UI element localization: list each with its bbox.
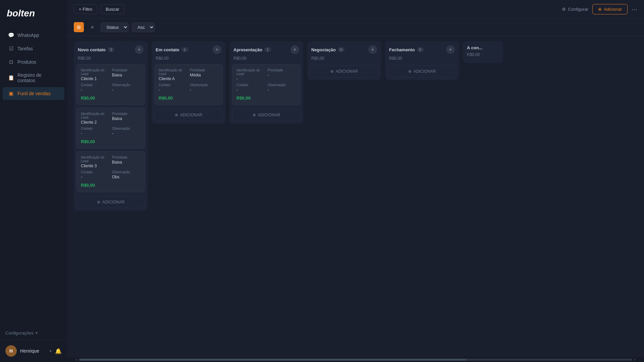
sidebar-item-whatsapp-label: WhatsApp <box>17 33 39 38</box>
tarefas-icon: ☑ <box>8 46 14 52</box>
card-clienteA-amount: R$0,00 <box>159 96 218 101</box>
card-cliente2-obs-value: - <box>112 131 141 136</box>
column-fechamento-add-button[interactable]: + <box>446 45 455 54</box>
card-ap1-id-label: Identificação do Lead <box>236 68 265 76</box>
add-card-label-2: ADICIONAR <box>180 113 203 117</box>
card-cliente1-amount: R$0,00 <box>81 96 141 101</box>
card-cliente3-id-value: Cliente 3 <box>81 164 109 168</box>
column-em-contato-add-card-button[interactable]: ⊕ ADICIONAR <box>154 109 223 121</box>
horizontal-scrollbar[interactable]: ‹ › <box>67 357 644 362</box>
configure-button[interactable]: ⚙ Configurar <box>562 7 588 12</box>
column-em-contato-add-button[interactable]: + <box>213 45 221 54</box>
column-fechamento-header: Fechamento 0 + <box>385 41 459 56</box>
card-cliente1[interactable]: Identificação do Lead Cliente 1 Priorida… <box>76 64 145 105</box>
card-cliente3[interactable]: Identificação do Lead Cliente 3 Priorida… <box>76 151 145 192</box>
sidebar-item-tarefas[interactable]: ☑ Tarefas <box>3 42 64 55</box>
column-em-contato-amount: R$0,00 <box>152 56 225 64</box>
card-apresentacao-1[interactable]: Identificação do Lead - Prioridade - Con… <box>232 64 301 105</box>
search-button[interactable]: Buscar <box>101 4 124 14</box>
status-select[interactable]: Status <box>101 22 128 32</box>
list-view-button[interactable]: ≡ <box>87 22 97 32</box>
add-card-label-5: ADICIONAR <box>414 69 436 74</box>
sidebar-item-registro-label: Registro de contatos <box>17 72 59 83</box>
topbar: + Filtro Buscar ⚙ Configurar ⊕ Adicionar… <box>67 0 644 19</box>
card-ap1-priority-label: Prioridade <box>268 68 296 72</box>
board-view-button[interactable]: ⊞ <box>74 22 84 32</box>
add-card-icon-3: ⊕ <box>253 113 256 117</box>
sidebar-item-registro[interactable]: 📋 Registro de contatos <box>3 69 64 86</box>
scroll-right-arrow[interactable]: › <box>632 357 637 362</box>
topbar-left: + Filtro Buscar <box>74 4 124 14</box>
column-em-contato-body: Identificação do Lead Cliente A Priorida… <box>152 64 225 124</box>
card-clienteA[interactable]: Identificação do Lead Cliente A Priorida… <box>154 64 223 105</box>
sidebar: bolten 💬 WhatsApp ☑ Tarefas ⊡ Produtos 📋… <box>0 0 67 362</box>
add-card-icon: ⊕ <box>97 200 100 204</box>
card-cliente2-obs-label: Observação <box>112 127 141 130</box>
sidebar-item-whatsapp[interactable]: 💬 WhatsApp <box>3 29 64 42</box>
column-apresentacao-add-button[interactable]: + <box>290 45 299 54</box>
card-cliente2-contact-label: Contato <box>81 127 109 130</box>
column-a-con-header: A con... <box>463 41 503 52</box>
add-button[interactable]: ⊕ Adicionar <box>592 4 628 14</box>
chevron-down-icon: ▾ <box>36 331 38 335</box>
user-name: Henrique <box>20 348 46 354</box>
configure-label: Configurar <box>568 7 588 12</box>
logo: bolten <box>0 0 67 25</box>
scroll-left-arrow[interactable]: ‹ <box>74 357 79 362</box>
card-cliente1-id-label: Identificação do Lead <box>81 68 109 76</box>
gear-icon: ⚙ <box>562 7 566 12</box>
card-cliente2-id-label: Identificação do Lead <box>81 112 109 119</box>
column-novo-contato-add-button[interactable]: + <box>135 45 144 54</box>
configs-label: Configurações <box>5 330 34 336</box>
sidebar-item-funil[interactable]: ▣ Funil de vendas <box>3 87 64 100</box>
card-cliente3-id-label: Identificação do Lead <box>81 156 109 163</box>
card-cliente2-priority-value: Baixa <box>112 116 141 121</box>
card-cliente1-priority-label: Prioridade <box>112 68 141 72</box>
column-em-contato-header: Em contato 1 + <box>152 41 225 56</box>
card-cliente3-obs-label: Observação <box>112 170 141 174</box>
column-fechamento-amount: R$0,00 <box>385 56 459 64</box>
add-card-icon-4: ⊕ <box>330 69 334 74</box>
avatar: H <box>5 345 17 357</box>
column-negociacao-title: Negociação <box>311 47 336 52</box>
card-cliente2-amount: R$0,00 <box>81 139 141 144</box>
column-novo-contato-body: Identificação do Lead Cliente 1 Priorida… <box>74 64 148 211</box>
bell-icon[interactable]: 🔔 <box>55 348 62 354</box>
column-fechamento: Fechamento 0 + R$0,00 ⊕ ADICIONAR <box>385 41 459 80</box>
column-apresentacao-amount: R$0,00 <box>229 56 303 64</box>
search-label: Buscar <box>106 7 119 12</box>
sidebar-footer: H Henrique ▾ 🔔 <box>0 340 67 362</box>
card-cliente3-priority-value: Baixa <box>112 160 141 165</box>
card-cliente1-obs-value: - <box>112 87 141 92</box>
funil-icon: ▣ <box>8 90 14 97</box>
column-negociacao-add-card-button[interactable]: ⊕ ADICIONAR <box>310 65 378 77</box>
card-cliente1-contact-label: Contato <box>81 83 109 87</box>
card-clienteA-obs-label: Observação <box>190 83 218 87</box>
card-ap1-contact-value: - <box>236 87 265 92</box>
column-fechamento-add-card-button[interactable]: ⊕ ADICIONAR <box>388 65 456 77</box>
more-options-button[interactable]: ··· <box>632 5 637 13</box>
plus-icon: ⊕ <box>598 7 602 12</box>
scroll-thumb[interactable] <box>79 359 466 361</box>
column-em-contato: Em contato 1 + R$0,00 Identificação do L… <box>152 41 225 124</box>
column-novo-contato-add-card-button[interactable]: ⊕ ADICIONAR <box>76 196 145 208</box>
card-cliente2[interactable]: Identificação do Lead Cliente 2 Priorida… <box>76 108 145 148</box>
card-ap1-contact-label: Contato <box>236 83 265 87</box>
configs-section[interactable]: Configurações ▾ <box>0 326 67 340</box>
card-cliente3-amount: R$0,00 <box>81 183 141 188</box>
card-cliente1-priority-value: Baixa <box>112 73 141 77</box>
column-apresentacao-add-card-button[interactable]: ⊕ ADICIONAR <box>232 109 301 121</box>
column-novo-contato: Novo contato 3 + R$0,00 Identificação do… <box>74 41 148 211</box>
order-select[interactable]: Asc <box>132 22 155 32</box>
sidebar-nav: 💬 WhatsApp ☑ Tarefas ⊡ Produtos 📋 Regist… <box>0 25 67 326</box>
card-clienteA-obs-value: - <box>190 87 218 92</box>
column-apresentacao-body: Identificação do Lead - Prioridade - Con… <box>229 64 303 124</box>
card-ap1-amount: R$0,00 <box>236 96 296 101</box>
column-fechamento-title: Fechamento <box>389 47 415 52</box>
scroll-track[interactable] <box>79 359 632 361</box>
kanban-board: Novo contato 3 + R$0,00 Identificação do… <box>67 36 644 357</box>
column-negociacao-add-button[interactable]: + <box>368 45 377 54</box>
main-content: + Filtro Buscar ⚙ Configurar ⊕ Adicionar… <box>67 0 644 362</box>
sidebar-item-produtos[interactable]: ⊡ Produtos <box>3 56 64 68</box>
filter-button[interactable]: + Filtro <box>74 4 97 14</box>
